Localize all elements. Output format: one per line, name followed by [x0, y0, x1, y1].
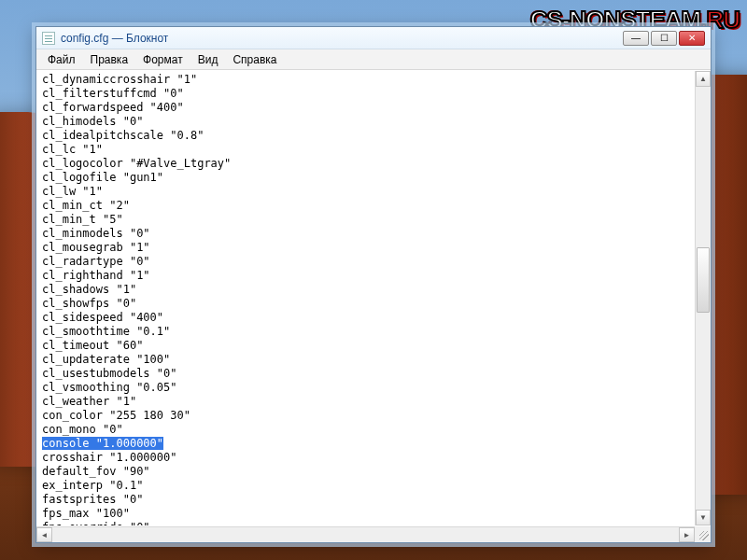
config-line[interactable]: cl_shadows "1" [42, 283, 136, 296]
config-line[interactable]: cl_showfps "0" [42, 297, 136, 310]
vertical-scroll-thumb[interactable] [697, 247, 710, 313]
config-line[interactable]: cl_usestubmodels "0" [42, 367, 177, 380]
config-line[interactable]: cl_righthand "1" [42, 269, 150, 282]
window-buttons: — ☐ ✕ [623, 31, 705, 46]
scroll-left-button[interactable]: ◄ [36, 527, 52, 542]
config-line[interactable]: cl_dynamiccrosshair "1" [42, 73, 197, 86]
config-line[interactable]: cl_idealpitchscale "0.8" [42, 129, 204, 142]
config-line[interactable]: cl_filterstuffcmd "0" [42, 87, 184, 100]
horizontal-scrollbar[interactable]: ◄ ► [36, 526, 695, 542]
scroll-right-button[interactable]: ► [679, 527, 695, 542]
notepad-icon [42, 32, 55, 45]
minimize-button[interactable]: — [623, 31, 649, 46]
config-line[interactable]: con_mono "0" [42, 423, 123, 436]
config-line[interactable]: ex_interp "0.1" [42, 479, 143, 492]
vertical-scrollbar[interactable]: ▲ ▼ [695, 71, 711, 525]
config-line[interactable]: cl_radartype "0" [42, 255, 150, 268]
titlebar[interactable]: config.cfg — Блокнот — ☐ ✕ [36, 27, 711, 49]
config-line[interactable]: cl_vsmoothing "0.05" [42, 381, 177, 394]
config-line[interactable]: default_fov "90" [42, 465, 150, 478]
config-line[interactable]: fps_max "100" [42, 507, 130, 520]
config-line[interactable]: cl_updaterate "100" [42, 353, 170, 366]
config-line[interactable]: cl_min_ct "2" [42, 199, 130, 212]
config-line[interactable]: cl_weather "1" [42, 395, 136, 408]
config-line[interactable]: con_color "255 180 30" [42, 409, 190, 422]
config-line[interactable]: cl_lw "1" [42, 185, 103, 198]
config-line[interactable]: cl_smoothtime "0.1" [42, 325, 170, 338]
editor-area: cl_dynamiccrosshair "1" cl_filterstuffcm… [36, 70, 711, 542]
config-line-selected[interactable]: console "1.000000" [42, 437, 163, 450]
horizontal-scroll-track[interactable] [52, 527, 679, 542]
config-line[interactable]: cl_sidespeed "400" [42, 311, 163, 324]
menu-format[interactable]: Формат [135, 51, 190, 68]
window-title: config.cfg — Блокнот [61, 32, 168, 45]
resize-grip[interactable] [695, 526, 711, 542]
close-button[interactable]: ✕ [679, 31, 705, 46]
config-line[interactable]: cl_logocolor "#Valve_Ltgray" [42, 157, 231, 170]
config-line[interactable]: cl_minmodels "0" [42, 227, 150, 240]
text-editor[interactable]: cl_dynamiccrosshair "1" cl_filterstuffcm… [40, 71, 707, 525]
config-line[interactable]: crosshair "1.000000" [42, 451, 177, 464]
config-line[interactable]: fastsprites "0" [42, 493, 143, 506]
config-line[interactable]: cl_logofile "gun1" [42, 171, 163, 184]
scroll-down-button[interactable]: ▼ [696, 510, 711, 525]
config-line[interactable]: cl_timeout "60" [42, 339, 143, 352]
menubar: Файл Правка Формат Вид Справка [36, 49, 711, 70]
config-line[interactable]: cl_himodels "0" [42, 115, 143, 128]
menu-file[interactable]: Файл [40, 51, 83, 68]
config-line[interactable]: fps_override "0" [42, 521, 150, 525]
config-line[interactable]: cl_mousegrab "1" [42, 241, 150, 254]
menu-help[interactable]: Справка [225, 51, 284, 68]
config-line[interactable]: cl_lc "1" [42, 143, 103, 156]
config-line[interactable]: cl_forwardspeed "400" [42, 101, 184, 114]
scroll-up-button[interactable]: ▲ [696, 71, 711, 87]
vertical-scroll-track[interactable] [696, 87, 711, 510]
notepad-window: config.cfg — Блокнот — ☐ ✕ Файл Правка Ф… [35, 26, 712, 543]
menu-edit[interactable]: Правка [83, 51, 136, 68]
menu-view[interactable]: Вид [190, 51, 226, 68]
maximize-button[interactable]: ☐ [651, 31, 677, 46]
config-line[interactable]: cl_min_t "5" [42, 213, 123, 226]
